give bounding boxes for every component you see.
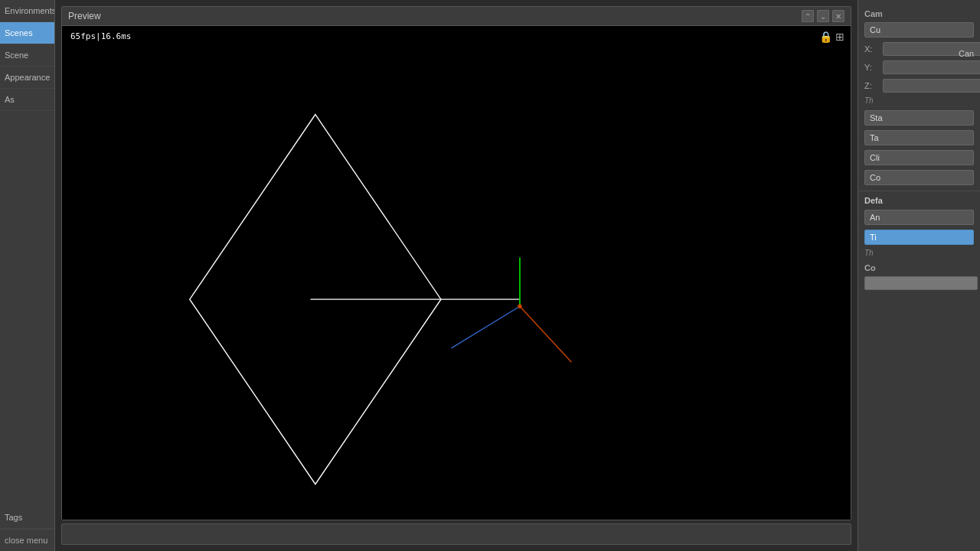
start-button[interactable]: Sta bbox=[864, 110, 974, 126]
sidebar-item-scene[interactable]: Scene bbox=[0, 44, 54, 67]
y-input[interactable] bbox=[883, 60, 980, 74]
titlebar-controls: ⌃ ⌄ ✕ bbox=[802, 10, 844, 22]
lock-icon[interactable]: 🔒 bbox=[819, 31, 832, 43]
blue-axis bbox=[452, 306, 520, 348]
color-button[interactable]: Co bbox=[864, 170, 974, 185]
co-input[interactable] bbox=[864, 276, 978, 290]
fps-label: 65fps|16.6ms bbox=[68, 31, 133, 42]
z-field-row: Z: bbox=[858, 77, 980, 95]
sidebar: Environments Scenes Scene Appearance As … bbox=[0, 0, 55, 551]
clip-button[interactable]: Cli bbox=[864, 150, 974, 165]
minimize-button[interactable]: ⌃ bbox=[802, 10, 814, 22]
maximize-button[interactable]: ✕ bbox=[832, 10, 844, 22]
sidebar-item-tags[interactable]: Tags bbox=[0, 507, 54, 529]
can-label: Can bbox=[957, 47, 980, 60]
current-button[interactable]: Cu bbox=[864, 22, 974, 37]
z-label: Z: bbox=[864, 81, 880, 90]
camera-section-title: Cam bbox=[858, 6, 980, 20]
canvas-area[interactable]: 65fps|16.6ms 🔒 ⊞ bbox=[62, 26, 851, 520]
grid-icon[interactable]: ⊞ bbox=[835, 31, 844, 43]
bottom-panel bbox=[61, 523, 851, 545]
defaults-section-title: Defa bbox=[858, 191, 980, 207]
sidebar-item-environments[interactable]: Environments bbox=[0, 0, 54, 22]
z-axis bbox=[520, 306, 571, 362]
main-area: Preview ⌃ ⌄ ✕ 65fps|16.6ms 🔒 ⊞ bbox=[55, 0, 858, 551]
collapse-button[interactable]: ⌄ bbox=[817, 10, 829, 22]
preview-panel: Preview ⌃ ⌄ ✕ 65fps|16.6ms 🔒 ⊞ bbox=[61, 6, 851, 520]
sidebar-item-as[interactable]: As bbox=[0, 89, 54, 111]
x-label: X: bbox=[864, 44, 880, 54]
target-button[interactable]: Ta bbox=[864, 130, 974, 145]
preview-svg bbox=[62, 26, 851, 520]
y-label: Y: bbox=[864, 63, 880, 72]
co-label: Co bbox=[858, 260, 980, 274]
props-panel: Cam Cu X: Y: Z: Th Sta Ta Cli Co Defa An… bbox=[858, 0, 980, 551]
sidebar-item-scenes[interactable]: Scenes bbox=[0, 22, 54, 44]
sidebar-item-appearance[interactable]: Appearance bbox=[0, 67, 54, 89]
t-desc: Th bbox=[858, 247, 980, 260]
preview-title: Preview bbox=[68, 11, 101, 21]
t-button[interactable]: Ti bbox=[864, 230, 974, 245]
sidebar-close-menu[interactable]: close menu bbox=[0, 529, 54, 551]
canvas-toolbar: 🔒 ⊞ bbox=[819, 31, 844, 43]
camera-desc: Th bbox=[858, 95, 980, 108]
an-button[interactable]: An bbox=[864, 210, 974, 225]
origin-dot bbox=[518, 305, 521, 308]
co-field-row bbox=[858, 274, 980, 292]
preview-titlebar: Preview ⌃ ⌄ ✕ bbox=[62, 7, 851, 26]
y-field-row: Y: bbox=[858, 58, 980, 77]
z-input[interactable] bbox=[883, 79, 980, 93]
